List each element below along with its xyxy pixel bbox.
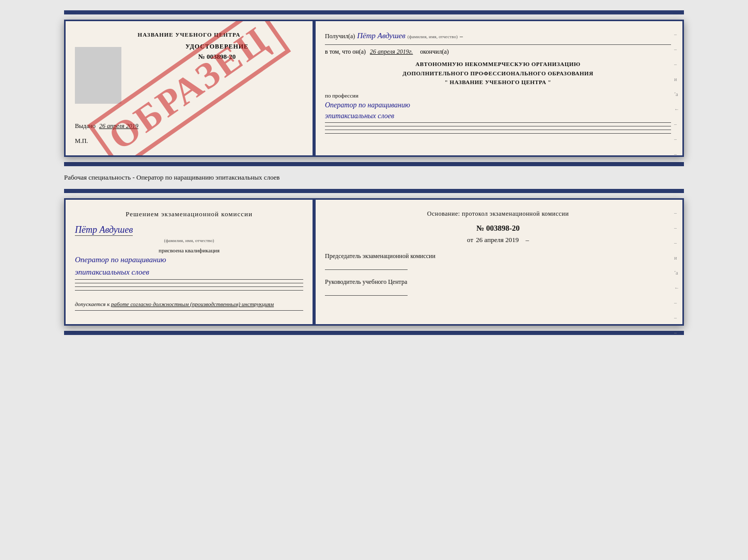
org-line2: ДОПОЛНИТЕЛЬНОГО ПРОФЕССИОНАЛЬНОГО ОБРАЗО…: [325, 69, 671, 78]
book1-right-panel: Получил(а) Пётр Авдушев (фамилия, имя, о…: [314, 21, 682, 155]
ot-date: от 26 апреля 2019 –: [325, 236, 671, 244]
book2-sep-4: [75, 310, 303, 311]
book1-top-border: [64, 10, 684, 14]
vtom-date: 26 апреля 2019г.: [370, 48, 413, 56]
mark-6: ←: [674, 106, 679, 112]
mark-7: –: [674, 121, 679, 127]
ot-prefix: от: [467, 236, 473, 244]
fio-hint-top: (фамилия, имя, отчество): [408, 34, 458, 39]
mark2-3: –: [674, 240, 679, 246]
udostoverenie-title: УДОСТОВЕРЕНИЕ: [131, 43, 303, 51]
mark2-9: –: [674, 330, 679, 335]
book2-top-border: [64, 189, 684, 193]
org-block: АВТОНОМНУЮ НЕКОММЕРЧЕСКУЮ ОРГАНИЗАЦИЮ ДО…: [325, 60, 671, 87]
book2-left-panel: Решением экзаменационной комиссии Пётр А…: [66, 200, 314, 324]
po-professii-label: по профессии: [325, 92, 671, 99]
document-container: НАЗВАНИЕ УЧЕБНОГО ЦЕНТРА УДОСТОВЕРЕНИЕ №…: [64, 10, 684, 335]
separator-2: [325, 126, 671, 126]
ot-date-value: 26 апреля 2019: [476, 236, 519, 244]
chairman-signature-line: [325, 269, 408, 270]
separator-4: [325, 133, 671, 134]
book2-sep-2: [75, 286, 303, 287]
book1-bottom-border: [64, 162, 684, 166]
mark-9: –: [674, 151, 679, 157]
qualification-name: Оператор по наращиваниюэпитаксиальных сл…: [75, 253, 303, 280]
dopuskaetsya-text: работе согласно должностным (производств…: [111, 301, 274, 307]
rukovoditel-signature-line: [325, 295, 408, 296]
vtom-prefix: в том, что он(а): [325, 48, 366, 56]
book2-sep-3: [75, 290, 303, 291]
mark2-6: ←: [674, 285, 679, 291]
rukovoditel-block: Руководитель учебного Центра: [325, 278, 671, 296]
separator-3: [325, 130, 671, 130]
book2-bottom-border: [64, 331, 684, 335]
mp-label: М.П.: [75, 137, 303, 145]
book1-left-panel: НАЗВАНИЕ УЧЕБНОГО ЦЕНТРА УДОСТОВЕРЕНИЕ №…: [66, 21, 314, 155]
mark-3: –: [674, 61, 679, 67]
rukovoditel-title: Руководитель учебного Центра: [325, 278, 407, 285]
poluchil-prefix: Получил(а): [325, 33, 355, 40]
book2: Решением экзаменационной комиссии Пётр А…: [64, 198, 684, 326]
okonchil-label: окончил(а): [420, 48, 448, 56]
mark-1: –: [674, 31, 679, 37]
mark2-8: –: [674, 315, 679, 321]
book2-sep-1: [75, 283, 303, 283]
protocol-number: № 003898-20: [325, 224, 671, 233]
book1-school-title: НАЗВАНИЕ УЧЕБНОГО ЦЕНТРА: [75, 31, 303, 38]
org-line1: АВТОНОМНУЮ НЕКОММЕРЧЕСКУЮ ОРГАНИЗАЦИЮ: [325, 60, 671, 69]
poluchil-line: Получил(а) Пётр Авдушев (фамилия, имя, о…: [325, 31, 671, 40]
vydano-date: 26 апреля 2019: [99, 122, 138, 130]
org-line3: " НАЗВАНИЕ УЧЕБНОГО ЦЕНТРА ": [325, 78, 671, 87]
chairman-title: Председатель экзаменационной комиссии: [325, 252, 435, 260]
ot-dash: –: [525, 236, 529, 244]
dopuskaetsya-prefix: допускается к: [75, 301, 110, 307]
mark2-7: –: [674, 300, 679, 306]
vydano-label: Выдано: [75, 122, 96, 130]
between-text: Рабочая специальность - Оператор по нара…: [64, 173, 280, 182]
dash-1: –: [460, 33, 463, 40]
udostoverenie-number: № 003898-20: [131, 53, 303, 61]
mark-4: и: [674, 76, 679, 82]
recipient-name: Пётр Авдушев: [357, 31, 406, 40]
book2-name: Пётр Авдушев: [75, 225, 133, 236]
book2-fio-hint: (фамилия, имя, отчество): [75, 238, 303, 243]
vtom-line: в том, что он(а) 26 апреля 2019г. окончи…: [325, 48, 671, 56]
chairman-block: Председатель экзаменационной комиссии: [325, 252, 671, 270]
right-edge-marks-2: – – – и ʼа ← – – –: [674, 210, 679, 335]
book1: НАЗВАНИЕ УЧЕБНОГО ЦЕНТРА УДОСТОВЕРЕНИЕ №…: [64, 20, 684, 157]
book2-right-panel: Основание: протокол экзаменационной коми…: [314, 200, 682, 324]
mark-8: –: [674, 136, 679, 142]
osnovanie-line: Основание: протокол экзаменационной коми…: [325, 210, 671, 218]
mark2-4: и: [674, 255, 679, 261]
mark2-5: ʼа: [674, 270, 679, 276]
profession-name: Оператор по наращиваниюэпитаксиальных сл…: [325, 100, 671, 123]
mark-2: –: [674, 46, 679, 52]
vydano-line: Выдано 26 апреля 2019: [75, 122, 303, 130]
separator-1: [325, 44, 671, 45]
right-edge-marks: – – – и ʼа ← – – –: [674, 31, 679, 157]
photo-placeholder: [75, 47, 121, 104]
prisvoena-line: присвоена квалификация: [75, 247, 303, 253]
mark-5: ʼа: [674, 91, 679, 97]
dopuskaetsya-block: допускается к работе согласно должностны…: [75, 301, 303, 307]
resheniem-line: Решением экзаменационной комиссии: [75, 210, 303, 218]
mark2-2: –: [674, 225, 679, 231]
mark2-1: –: [674, 210, 679, 216]
